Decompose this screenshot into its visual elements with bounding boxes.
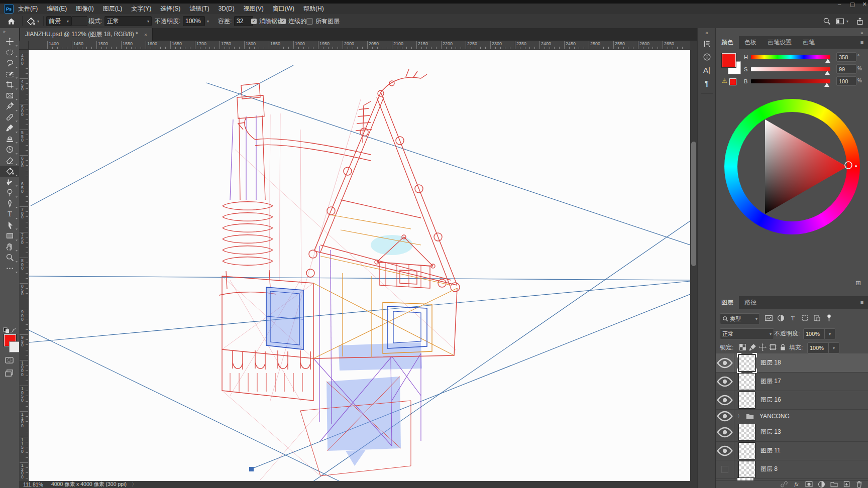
layer-thumbnail[interactable] [738, 392, 755, 409]
layers-panel-menu-icon[interactable]: ≡ [858, 299, 865, 305]
checkbox-contiguous[interactable]: ✓连续的 [280, 14, 306, 28]
marquee-tool[interactable] [0, 47, 19, 58]
move-tool[interactable] [0, 36, 19, 47]
menu-7[interactable]: 3D(D) [214, 4, 239, 14]
smart-object-filter[interactable] [811, 312, 822, 323]
menu-2[interactable]: 图像(I) [71, 4, 98, 14]
path-selection-tool[interactable] [0, 220, 19, 231]
menu-8[interactable]: 视图(V) [239, 4, 268, 14]
info-icon[interactable] [698, 50, 716, 63]
shape-tool[interactable] [0, 230, 19, 241]
menu-3[interactable]: 图层(L) [98, 4, 127, 14]
slider-track-H[interactable] [751, 55, 830, 59]
document-tab[interactable]: JIANZHU.psd @ 112% (图层 18, RGB/8) * × [20, 28, 153, 41]
maximize-button[interactable]: ▢ [847, 0, 858, 9]
canvas-vertical-scrollbar[interactable] [690, 49, 697, 481]
lock-position[interactable] [758, 342, 767, 351]
slider-value-B[interactable]: 100 [836, 76, 856, 86]
status-chevron-icon[interactable]: 〉 [132, 481, 137, 488]
slider-handle-B[interactable] [824, 83, 829, 87]
visibility-eye-icon[interactable] [716, 353, 734, 372]
layer-thumbnail[interactable] [738, 424, 755, 441]
color-panel-menu-icon[interactable]: ≡ [858, 39, 865, 45]
visibility-eye-icon[interactable] [716, 423, 734, 441]
slider-track-B[interactable] [751, 79, 830, 83]
eyedropper-tool[interactable] [0, 101, 19, 112]
slider-handle-H[interactable] [825, 59, 830, 63]
quick-mask-icon[interactable] [5, 355, 14, 367]
lock-all[interactable] [778, 342, 787, 351]
dodge-tool[interactable] [0, 187, 19, 198]
visibility-empty[interactable] [716, 460, 734, 478]
pixel-layer-filter[interactable] [763, 312, 774, 323]
type-tool[interactable]: T [0, 209, 19, 220]
filter-toggle[interactable] [823, 312, 834, 323]
minimize-button[interactable]: – [834, 0, 845, 9]
layer-opacity-chevron[interactable]: ▾ [824, 328, 835, 339]
menu-5[interactable]: 选择(S) [156, 4, 185, 14]
adjustment-layer-filter[interactable] [775, 312, 786, 323]
layer-opacity-value[interactable]: 100% [803, 328, 827, 339]
layer-row-0[interactable]: 图层 18 [716, 353, 868, 373]
slider-value-S[interactable]: 99 [836, 64, 856, 74]
layer-mask[interactable] [803, 479, 815, 488]
zoom-level[interactable]: 111.81% [23, 481, 43, 487]
visibility-eye-icon[interactable] [716, 372, 734, 391]
layer-row-2[interactable]: 图层 16 [716, 391, 868, 410]
workspace-icon[interactable]: ▾ [836, 14, 848, 28]
libraries-icon[interactable] [698, 37, 716, 50]
pattern-picker[interactable] [71, 14, 87, 28]
layer-thumbnail[interactable] [738, 354, 755, 372]
hand-tool[interactable] [0, 241, 19, 253]
layer-name[interactable]: 图层 8 [761, 465, 778, 473]
close-button[interactable]: ✕ [859, 0, 868, 9]
new-group[interactable] [828, 479, 840, 488]
lock-artboard[interactable] [768, 342, 777, 351]
crop-tool[interactable] [0, 79, 19, 90]
menu-4[interactable]: 文字(Y) [127, 4, 156, 14]
background-color-swatch[interactable] [9, 341, 20, 352]
slider-track-S[interactable] [751, 67, 830, 71]
panel-foreground-swatch[interactable] [722, 53, 736, 67]
type-layer-filter[interactable]: T [787, 312, 798, 323]
pen-tool[interactable] [0, 198, 19, 209]
tab-brushes[interactable]: 画笔 [797, 36, 820, 49]
layer-name[interactable]: 图层 18 [761, 358, 781, 367]
clone-stamp-tool[interactable] [0, 134, 19, 145]
tab-layers[interactable]: 图层 [716, 296, 739, 309]
scrollbar-thumb[interactable] [691, 142, 696, 266]
layer-thumbnail[interactable] [738, 442, 755, 459]
swap-colors-icon[interactable] [3, 327, 18, 333]
screen-mode-icon[interactable] [5, 369, 14, 380]
layer-fill-value[interactable]: 100% [807, 342, 831, 353]
mode-select[interactable]: 正常▾ [104, 14, 152, 28]
visibility-eye-icon[interactable] [716, 441, 734, 460]
toolbar-collapse-icon[interactable]: » [0, 28, 19, 36]
paragraph-icon[interactable]: ¶ [698, 76, 716, 89]
shape-layer-filter[interactable] [799, 312, 810, 323]
lasso-tool[interactable] [0, 58, 19, 69]
tool-preset-bucket-icon[interactable]: ▾ [26, 14, 39, 28]
brush-tool[interactable] [0, 123, 19, 134]
layer-thumbnail[interactable] [738, 461, 755, 478]
collapse-panels-icon[interactable]: » [860, 30, 863, 36]
slider-handle-S[interactable] [825, 71, 830, 75]
link-layers[interactable] [778, 479, 790, 488]
tab-paths[interactable]: 路径 [739, 296, 762, 309]
smudge-tool[interactable] [0, 177, 19, 188]
lock-pixels[interactable] [748, 342, 757, 351]
frame-tool[interactable] [0, 90, 19, 101]
layer-name[interactable]: 图层 11 [761, 446, 781, 455]
history-brush-tool[interactable] [0, 144, 19, 155]
layer-thumbnail[interactable] [738, 373, 755, 390]
adjustment-layer[interactable] [815, 479, 828, 488]
lock-transparent[interactable] [738, 342, 747, 351]
new-layer[interactable] [840, 479, 853, 488]
tab-brush-settings[interactable]: 画笔设置 [762, 36, 797, 49]
group-collapse-icon[interactable]: 〉 [737, 413, 742, 420]
search-icon[interactable] [823, 14, 831, 28]
blend-mode-select[interactable]: 正常▾ [720, 328, 774, 339]
document-canvas[interactable] [19, 49, 690, 481]
home-icon[interactable] [7, 14, 16, 28]
expand-panels-icon[interactable]: « [698, 28, 716, 37]
